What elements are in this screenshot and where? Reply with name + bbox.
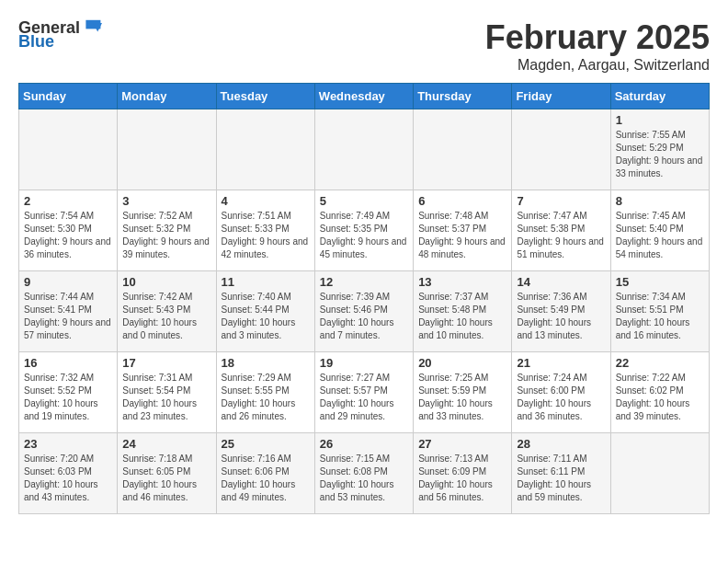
day-cell: 14Sunrise: 7:36 AM Sunset: 5:49 PM Dayli… (512, 271, 610, 352)
day-cell (414, 109, 512, 190)
day-cell: 3Sunrise: 7:52 AM Sunset: 5:32 PM Daylig… (118, 190, 216, 271)
day-info: Sunrise: 7:42 AM Sunset: 5:43 PM Dayligh… (122, 291, 210, 342)
day-cell (314, 109, 413, 190)
day-info: Sunrise: 7:51 AM Sunset: 5:33 PM Dayligh… (222, 210, 310, 261)
day-number: 23 (24, 437, 112, 451)
day-info: Sunrise: 7:55 AM Sunset: 5:29 PM Dayligh… (616, 129, 704, 180)
week-row-1: 1Sunrise: 7:55 AM Sunset: 5:29 PM Daylig… (19, 109, 710, 190)
header-cell-wednesday: Wednesday (314, 84, 413, 109)
day-number: 4 (222, 194, 310, 208)
header-cell-monday: Monday (118, 84, 216, 109)
calendar-title: February 2025 (485, 18, 710, 57)
day-number: 24 (122, 437, 210, 451)
day-cell: 2Sunrise: 7:54 AM Sunset: 5:30 PM Daylig… (19, 190, 118, 271)
header-cell-friday: Friday (512, 84, 610, 109)
day-cell: 22Sunrise: 7:22 AM Sunset: 6:02 PM Dayli… (610, 352, 709, 433)
day-cell: 19Sunrise: 7:27 AM Sunset: 5:57 PM Dayli… (314, 352, 413, 433)
day-cell: 12Sunrise: 7:39 AM Sunset: 5:46 PM Dayli… (314, 271, 413, 352)
calendar-subtitle: Magden, Aargau, Switzerland (485, 57, 710, 74)
day-cell: 11Sunrise: 7:40 AM Sunset: 5:44 PM Dayli… (216, 271, 314, 352)
day-cell: 17Sunrise: 7:31 AM Sunset: 5:54 PM Dayli… (118, 352, 216, 433)
day-number: 25 (222, 437, 310, 451)
day-number: 9 (24, 275, 112, 289)
day-number: 3 (122, 194, 210, 208)
day-cell: 6Sunrise: 7:48 AM Sunset: 5:37 PM Daylig… (414, 190, 512, 271)
day-number: 18 (222, 356, 310, 370)
day-number: 15 (616, 275, 704, 289)
day-cell: 23Sunrise: 7:20 AM Sunset: 6:03 PM Dayli… (19, 433, 118, 514)
day-cell: 18Sunrise: 7:29 AM Sunset: 5:55 PM Dayli… (216, 352, 314, 433)
day-number: 16 (24, 356, 112, 370)
day-cell: 15Sunrise: 7:34 AM Sunset: 5:51 PM Dayli… (610, 271, 709, 352)
day-number: 6 (418, 194, 506, 208)
day-info: Sunrise: 7:25 AM Sunset: 5:59 PM Dayligh… (418, 372, 506, 423)
week-row-5: 23Sunrise: 7:20 AM Sunset: 6:03 PM Dayli… (19, 433, 710, 514)
day-info: Sunrise: 7:11 AM Sunset: 6:11 PM Dayligh… (517, 453, 605, 504)
day-info: Sunrise: 7:34 AM Sunset: 5:51 PM Dayligh… (616, 291, 704, 342)
day-info: Sunrise: 7:27 AM Sunset: 5:57 PM Dayligh… (320, 372, 408, 423)
day-cell: 20Sunrise: 7:25 AM Sunset: 5:59 PM Dayli… (414, 352, 512, 433)
day-cell: 16Sunrise: 7:32 AM Sunset: 5:52 PM Dayli… (19, 352, 118, 433)
day-cell: 8Sunrise: 7:45 AM Sunset: 5:40 PM Daylig… (610, 190, 709, 271)
day-cell: 28Sunrise: 7:11 AM Sunset: 6:11 PM Dayli… (512, 433, 610, 514)
day-cell: 21Sunrise: 7:24 AM Sunset: 6:00 PM Dayli… (512, 352, 610, 433)
day-info: Sunrise: 7:37 AM Sunset: 5:48 PM Dayligh… (418, 291, 506, 342)
header-row: SundayMondayTuesdayWednesdayThursdayFrid… (19, 84, 710, 109)
header: General Blue February 2025 Magden, Aarga… (18, 18, 710, 74)
day-number: 17 (122, 356, 210, 370)
day-info: Sunrise: 7:39 AM Sunset: 5:46 PM Dayligh… (320, 291, 408, 342)
day-info: Sunrise: 7:29 AM Sunset: 5:55 PM Dayligh… (222, 372, 310, 423)
day-info: Sunrise: 7:13 AM Sunset: 6:09 PM Dayligh… (418, 453, 506, 504)
title-section: February 2025 Magden, Aargau, Switzerlan… (485, 18, 710, 74)
day-cell: 13Sunrise: 7:37 AM Sunset: 5:48 PM Dayli… (414, 271, 512, 352)
day-number: 5 (320, 194, 408, 208)
day-cell: 25Sunrise: 7:16 AM Sunset: 6:06 PM Dayli… (216, 433, 314, 514)
day-number: 19 (320, 356, 408, 370)
day-number: 13 (418, 275, 506, 289)
day-cell (610, 433, 709, 514)
logo-blue: Blue (18, 32, 54, 52)
day-info: Sunrise: 7:48 AM Sunset: 5:37 PM Dayligh… (418, 210, 506, 261)
day-number: 2 (24, 194, 112, 208)
day-info: Sunrise: 7:18 AM Sunset: 6:05 PM Dayligh… (122, 453, 210, 504)
day-number: 14 (517, 275, 605, 289)
day-number: 12 (320, 275, 408, 289)
week-row-2: 2Sunrise: 7:54 AM Sunset: 5:30 PM Daylig… (19, 190, 710, 271)
day-cell: 24Sunrise: 7:18 AM Sunset: 6:05 PM Dayli… (118, 433, 216, 514)
header-cell-saturday: Saturday (610, 84, 709, 109)
day-number: 28 (517, 437, 605, 451)
day-number: 11 (222, 275, 310, 289)
day-number: 22 (616, 356, 704, 370)
day-info: Sunrise: 7:16 AM Sunset: 6:06 PM Dayligh… (222, 453, 310, 504)
day-info: Sunrise: 7:54 AM Sunset: 5:30 PM Dayligh… (24, 210, 112, 261)
day-info: Sunrise: 7:36 AM Sunset: 5:49 PM Dayligh… (517, 291, 605, 342)
day-cell: 27Sunrise: 7:13 AM Sunset: 6:09 PM Dayli… (414, 433, 512, 514)
day-number: 8 (616, 194, 704, 208)
calendar-table: SundayMondayTuesdayWednesdayThursdayFrid… (18, 83, 710, 514)
day-cell: 9Sunrise: 7:44 AM Sunset: 5:41 PM Daylig… (19, 271, 118, 352)
day-cell: 26Sunrise: 7:15 AM Sunset: 6:08 PM Dayli… (314, 433, 413, 514)
day-info: Sunrise: 7:22 AM Sunset: 6:02 PM Dayligh… (616, 372, 704, 423)
day-cell (512, 109, 610, 190)
day-cell: 1Sunrise: 7:55 AM Sunset: 5:29 PM Daylig… (610, 109, 709, 190)
week-row-4: 16Sunrise: 7:32 AM Sunset: 5:52 PM Dayli… (19, 352, 710, 433)
day-cell: 4Sunrise: 7:51 AM Sunset: 5:33 PM Daylig… (216, 190, 314, 271)
day-number: 1 (616, 113, 704, 127)
day-cell: 5Sunrise: 7:49 AM Sunset: 5:35 PM Daylig… (314, 190, 413, 271)
day-info: Sunrise: 7:15 AM Sunset: 6:08 PM Dayligh… (320, 453, 408, 504)
header-cell-sunday: Sunday (19, 84, 118, 109)
header-cell-tuesday: Tuesday (216, 84, 314, 109)
day-info: Sunrise: 7:24 AM Sunset: 6:00 PM Dayligh… (517, 372, 605, 423)
day-info: Sunrise: 7:45 AM Sunset: 5:40 PM Dayligh… (616, 210, 704, 261)
logo-icon (80, 17, 102, 36)
day-cell (118, 109, 216, 190)
day-info: Sunrise: 7:52 AM Sunset: 5:32 PM Dayligh… (122, 210, 210, 261)
day-info: Sunrise: 7:32 AM Sunset: 5:52 PM Dayligh… (24, 372, 112, 423)
day-cell: 10Sunrise: 7:42 AM Sunset: 5:43 PM Dayli… (118, 271, 216, 352)
day-cell: 7Sunrise: 7:47 AM Sunset: 5:38 PM Daylig… (512, 190, 610, 271)
logo: General Blue (18, 18, 102, 52)
day-number: 26 (320, 437, 408, 451)
day-number: 7 (517, 194, 605, 208)
day-info: Sunrise: 7:31 AM Sunset: 5:54 PM Dayligh… (122, 372, 210, 423)
day-info: Sunrise: 7:47 AM Sunset: 5:38 PM Dayligh… (517, 210, 605, 261)
